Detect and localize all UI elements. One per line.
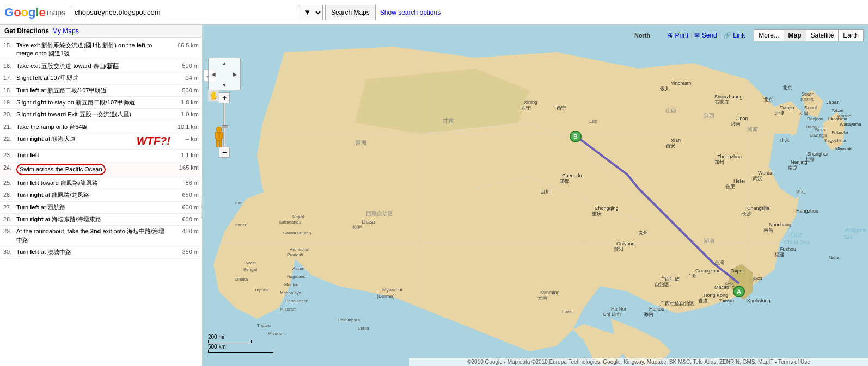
pan-up-button[interactable]: ▲: [219, 58, 230, 69]
map-type-satellite-button[interactable]: Satellite: [806, 29, 839, 41]
svg-text:Yinchuan: Yinchuan: [671, 80, 691, 86]
svg-text:Arunachal: Arunachal: [290, 247, 309, 252]
svg-text:B: B: [573, 133, 578, 140]
logo: Google maps: [4, 5, 65, 20]
scale-line-200: [208, 340, 252, 343]
svg-text:郑州: 郑州: [714, 159, 724, 165]
north-indicator: North: [634, 32, 650, 39]
svg-rect-3: [219, 132, 223, 139]
search-bar: ▼ Search Maps Show search options: [71, 5, 441, 20]
search-button[interactable]: Search Maps: [325, 5, 376, 20]
svg-text:Haikou: Haikou: [649, 306, 664, 312]
step-number: 21.: [3, 123, 16, 130]
svg-text:East: East: [791, 232, 802, 238]
svg-text:西宁: 西宁: [521, 105, 531, 110]
step-text: Take the ramp onto 台64線: [16, 123, 170, 131]
svg-text:Fukuoka: Fukuoka: [832, 130, 848, 135]
svg-text:北京: 北京: [763, 97, 773, 102]
scale-200-label: 200 mi: [208, 334, 224, 340]
show-search-options-link[interactable]: Show search options: [380, 9, 441, 16]
step-text: Turn left toward 龍鳳路/龍鳳路: [16, 179, 170, 187]
svg-text:Seoul: Seoul: [804, 105, 817, 110]
step-text: Slight left at 107甲縣道: [16, 74, 170, 82]
svg-text:Guiyang: Guiyang: [616, 241, 635, 246]
svg-text:(Burma): (Burma): [377, 294, 395, 299]
svg-text:Kagoshima: Kagoshima: [824, 138, 847, 143]
map-area[interactable]: North 🖨 Print | ✉ Send | 🔗 Link More... …: [203, 25, 868, 366]
step-distance: 600 m: [170, 203, 199, 210]
print-link[interactable]: 🖨 Print: [667, 32, 688, 39]
directions-list-item: 26.Turn right at 龍鳳路/龙凤路650 m: [0, 189, 202, 201]
svg-text:自治区: 自治区: [655, 282, 669, 287]
svg-text:山西: 山西: [665, 107, 676, 113]
pegman-icon[interactable]: [213, 126, 224, 148]
step-distance: 650 m: [170, 191, 199, 198]
svg-text:Lhasa: Lhasa: [362, 219, 375, 225]
svg-text:Sea: Sea: [844, 234, 853, 240]
step-text: Turn left: [16, 151, 170, 159]
directions-list: 15.Take exit 新竹系統交流道(國1北 新竹) on the left…: [0, 38, 202, 261]
svg-text:西宁: 西宁: [557, 105, 566, 110]
step-distance: 1.8 km: [170, 98, 199, 106]
svg-text:合肥: 合肥: [725, 184, 735, 189]
step-number: 27.: [3, 203, 16, 210]
svg-text:Tripura: Tripura: [257, 323, 271, 328]
step-distance: 14 m: [170, 74, 199, 81]
svg-text:Tianjin: Tianjin: [780, 105, 794, 110]
svg-text:Fuzhou: Fuzhou: [780, 246, 796, 252]
svg-text:陕西: 陕西: [704, 113, 714, 119]
pan-down-button[interactable]: ▼: [219, 79, 230, 90]
svg-text:成都: 成都: [559, 178, 569, 184]
pan-right-button[interactable]: ▶: [230, 69, 241, 79]
pan-left-button[interactable]: ◀: [208, 69, 219, 79]
svg-text:Philippine: Philippine: [845, 227, 866, 233]
svg-text:A: A: [737, 288, 741, 295]
svg-text:北京: 北京: [783, 85, 792, 90]
search-input[interactable]: [71, 5, 299, 20]
pan-reset-button[interactable]: ✋: [208, 90, 219, 101]
step-number: 24.: [3, 164, 16, 171]
step-text: At the roundabout, take the 2nd exit ont…: [16, 227, 170, 244]
svg-text:浙江: 浙江: [796, 189, 806, 195]
zoom-in-button[interactable]: +: [219, 92, 230, 103]
map-type-earth-button[interactable]: Earth: [838, 29, 864, 41]
zoom-out-button[interactable]: −: [219, 147, 230, 158]
step-distance: -- km: [170, 135, 199, 142]
svg-text:Xining: Xining: [524, 100, 537, 105]
search-dropdown[interactable]: ▼: [299, 5, 323, 20]
svg-text:Kunming: Kunming: [540, 290, 560, 295]
svg-rect-2: [215, 132, 218, 139]
my-maps-link[interactable]: My Maps: [52, 27, 79, 35]
more-button[interactable]: More...: [754, 29, 783, 41]
step-text: Take exit 新竹系統交流道(國1北 新竹) on the left to…: [16, 41, 170, 58]
svg-text:China Sea: China Sea: [784, 239, 810, 245]
svg-text:Jinan: Jinan: [736, 116, 748, 121]
map-type-map-button[interactable]: Map: [784, 29, 806, 41]
link-link[interactable]: 🔗 Link: [723, 32, 745, 39]
svg-rect-4: [216, 140, 218, 147]
step-distance: 450 m: [170, 227, 199, 234]
svg-text:Busan: Busan: [815, 127, 828, 132]
step-number: 19.: [3, 98, 16, 106]
svg-text:Wuhan: Wuhan: [758, 170, 773, 176]
svg-text:台湾: 台湾: [714, 260, 724, 265]
step-number: 29.: [3, 227, 16, 234]
step-distance: 1.1 km: [170, 151, 199, 158]
directions-list-item: 25.Turn left toward 龍鳳路/龍鳳路86 m: [0, 177, 202, 189]
svg-text:甘肃: 甘肃: [442, 117, 454, 124]
step-distance: 10.1 km: [170, 123, 199, 130]
send-link[interactable]: ✉ Send: [694, 32, 717, 39]
svg-point-0: [216, 127, 222, 132]
svg-text:云南: 云南: [537, 295, 547, 301]
svg-text:贵阳: 贵阳: [614, 246, 624, 252]
svg-text:Dakhinpara: Dakhinpara: [338, 318, 360, 322]
scale-500-label: 500 km: [208, 344, 226, 350]
svg-text:山东: 山东: [780, 138, 790, 143]
directions-list-item: 16.Take exit 五股交流道 toward 泰山/新莊500 m: [0, 60, 202, 72]
svg-text:贵州: 贵州: [638, 230, 648, 235]
pan-control: ▲ ▼ ◀ ▶ ✋: [208, 58, 241, 90]
step-text: Slight right toward Exit 五股一交流道(八里): [16, 110, 170, 119]
step-number: 25.: [3, 179, 16, 186]
svg-text:Nagaland: Nagaland: [287, 274, 305, 279]
header: Google maps ▼ Search Maps Show search op…: [0, 0, 868, 25]
